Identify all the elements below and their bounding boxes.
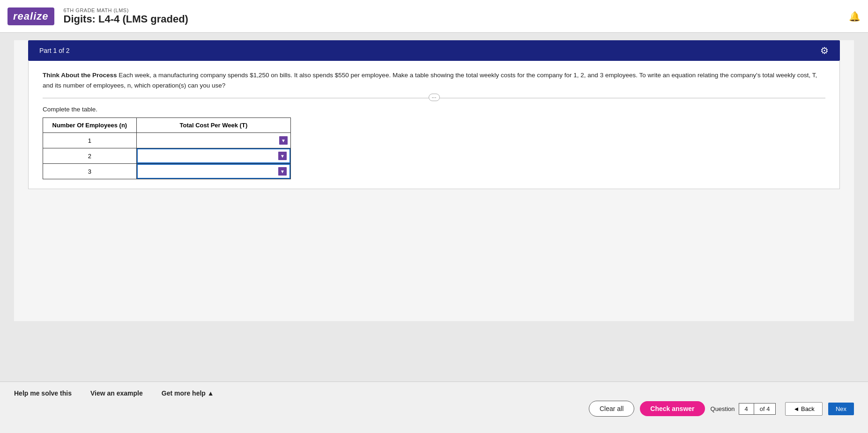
part-banner: Part 1 of 2 ⚙	[28, 40, 840, 61]
bottom-help-row: Help me solve this View an example Get m…	[0, 382, 868, 401]
question-body: Each week, a manufacturing company spend…	[43, 72, 817, 89]
part-label: Part 1 of 2	[39, 47, 70, 54]
get-more-help-link[interactable]: Get more help ▲	[162, 389, 214, 397]
col2-header: Total Cost Per Week (T)	[136, 118, 290, 133]
bottom-nav-row: Clear all Check answer Question 4 of 4 ◄…	[0, 401, 868, 417]
row1-n: 1	[43, 133, 137, 148]
view-example-link[interactable]: View an example	[90, 389, 143, 397]
question-text: Think About the Process Each week, a man…	[43, 70, 825, 90]
gear-icon[interactable]: ⚙	[820, 45, 829, 56]
row1-dropdown[interactable]: ▼	[137, 133, 290, 148]
back-button[interactable]: ◄ Back	[785, 402, 822, 416]
header-title: Digits: L4-4 (LMS graded)	[64, 13, 188, 25]
row1-t-cell[interactable]: ▼	[136, 133, 290, 148]
header-subtitle: 6TH GRADE MATH (LMS)	[64, 7, 188, 13]
table-row: 3 ▼	[43, 164, 291, 179]
row1-dropdown-arrow[interactable]: ▼	[279, 136, 288, 145]
question-nav: Question 4 of 4	[711, 403, 776, 415]
content-wrapper: Part 1 of 2 ⚙ Think About the Process Ea…	[14, 40, 854, 321]
row2-dropdown-arrow[interactable]: ▼	[278, 152, 287, 160]
next-button[interactable]: Nex	[828, 403, 854, 415]
question-label: Question	[711, 405, 735, 412]
main-content: Think About the Process Each week, a man…	[28, 61, 840, 189]
row2-t-cell[interactable]: ▼	[136, 148, 290, 164]
complete-table-label: Complete the table.	[43, 106, 825, 113]
check-answer-button[interactable]: Check answer	[640, 401, 705, 416]
row3-dropdown-arrow[interactable]: ▼	[278, 167, 287, 176]
col1-header: Number Of Employees (n)	[43, 118, 137, 133]
expand-dots-button[interactable]: ···	[428, 94, 439, 101]
data-table: Number Of Employees (n) Total Cost Per W…	[43, 117, 291, 179]
question-of: of 4	[754, 403, 776, 415]
header: realize 6TH GRADE MATH (LMS) Digits: L4-…	[0, 0, 868, 33]
row2-n: 2	[43, 148, 137, 164]
question-bold-prefix: Think About the Process	[43, 72, 117, 79]
row3-t-cell[interactable]: ▼	[136, 164, 290, 179]
question-num: 4	[739, 403, 754, 415]
row3-n: 3	[43, 164, 137, 179]
row2-dropdown[interactable]: ▼	[137, 148, 290, 163]
table-row: 2 ▼	[43, 148, 291, 164]
bottom-area: Help me solve this View an example Get m…	[0, 382, 868, 433]
header-text: 6TH GRADE MATH (LMS) Digits: L4-4 (LMS g…	[64, 7, 188, 25]
help-me-solve-link[interactable]: Help me solve this	[14, 389, 72, 397]
bell-icon[interactable]: 🔔	[849, 11, 861, 22]
logo: realize	[7, 7, 54, 25]
clear-all-button[interactable]: Clear all	[589, 401, 634, 417]
table-row: 1 ▼	[43, 133, 291, 148]
row3-dropdown[interactable]: ▼	[137, 164, 290, 179]
